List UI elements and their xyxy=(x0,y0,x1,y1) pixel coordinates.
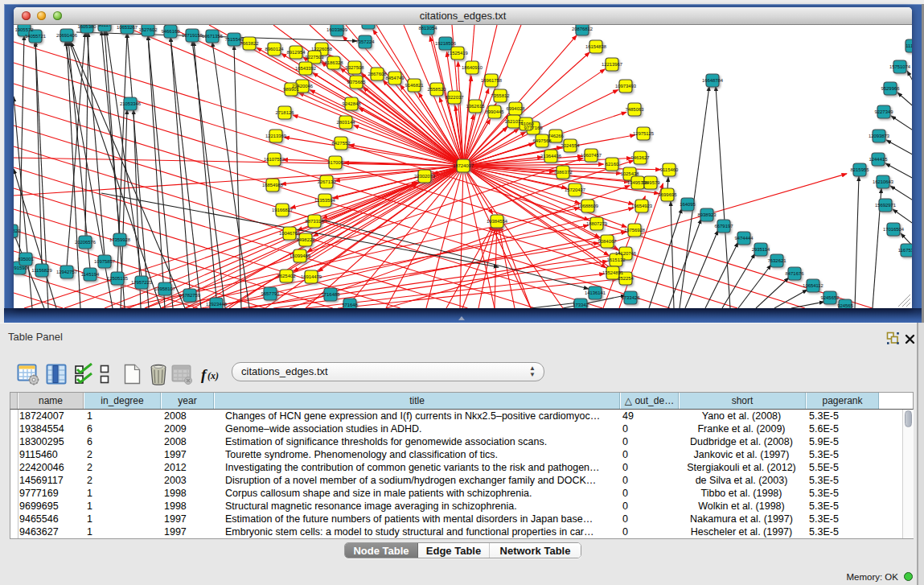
svg-text:8215955: 8215955 xyxy=(851,167,870,172)
svg-text:21364436: 21364436 xyxy=(540,154,562,159)
svg-text:12923446: 12923446 xyxy=(206,302,228,307)
svg-text:14120746: 14120746 xyxy=(615,251,637,256)
svg-text:1244415: 1244415 xyxy=(869,157,889,162)
svg-text:1733426: 1733426 xyxy=(622,295,641,300)
svg-text:8960124: 8960124 xyxy=(265,47,285,51)
svg-text:1167533: 1167533 xyxy=(898,248,912,253)
svg-text:17957223: 17957223 xyxy=(131,280,153,285)
svg-text:7357224: 7357224 xyxy=(356,39,376,44)
svg-text:9474444: 9474444 xyxy=(735,236,754,241)
svg-text:2935114: 2935114 xyxy=(752,247,770,252)
svg-text:8454749: 8454749 xyxy=(386,76,405,80)
svg-text:9375685: 9375685 xyxy=(347,80,367,84)
svg-text:20691406: 20691406 xyxy=(56,33,78,38)
svg-text:17359928: 17359928 xyxy=(109,237,131,242)
svg-text:16543392: 16543392 xyxy=(295,66,316,71)
svg-text:12505135: 12505135 xyxy=(107,276,129,281)
svg-text:16210643: 16210643 xyxy=(873,179,894,184)
svg-text:989901: 989901 xyxy=(283,87,299,92)
svg-text:924565: 924565 xyxy=(837,303,853,308)
svg-text:9498222: 9498222 xyxy=(297,237,315,242)
svg-text:9245652: 9245652 xyxy=(821,295,840,300)
svg-text:12213369: 12213369 xyxy=(265,134,286,138)
svg-text:19384554: 19384554 xyxy=(487,219,508,224)
svg-text:16648784: 16648784 xyxy=(702,78,724,83)
svg-text:16854985: 16854985 xyxy=(262,183,284,187)
svg-text:2803144: 2803144 xyxy=(337,120,356,125)
svg-text:1905572: 1905572 xyxy=(15,27,34,32)
svg-text:8938923: 8938923 xyxy=(698,212,717,217)
svg-text:12942757: 12942757 xyxy=(56,270,77,274)
svg-text:19218506: 19218506 xyxy=(435,41,457,46)
svg-text:9227503: 9227503 xyxy=(306,55,325,60)
svg-text:19166827: 19166827 xyxy=(272,208,293,212)
svg-text:16961758: 16961758 xyxy=(481,78,503,83)
svg-text:7355812: 7355812 xyxy=(491,93,510,98)
svg-text:20206576: 20206576 xyxy=(75,240,97,245)
svg-text:15751074: 15751074 xyxy=(889,64,911,69)
svg-text:8322037: 8322037 xyxy=(446,95,464,100)
svg-text:173342: 173342 xyxy=(573,303,589,307)
svg-text:16914479: 16914479 xyxy=(301,274,322,279)
svg-text:3267130: 3267130 xyxy=(318,179,337,184)
svg-text:10046766: 10046766 xyxy=(279,231,301,236)
svg-text:9115460: 9115460 xyxy=(660,167,679,172)
svg-text:16033809: 16033809 xyxy=(326,27,347,32)
svg-text:252254: 252254 xyxy=(618,276,634,281)
svg-text:9463627: 9463627 xyxy=(631,155,650,160)
svg-text:10607457: 10607457 xyxy=(581,153,602,158)
svg-text:23302073: 23302073 xyxy=(414,174,436,179)
svg-text:8912954: 8912954 xyxy=(287,50,306,55)
svg-text:9084067: 9084067 xyxy=(598,239,617,244)
svg-text:9242848: 9242848 xyxy=(343,101,362,106)
svg-text:835001: 835001 xyxy=(18,257,34,262)
svg-text:11170: 11170 xyxy=(906,43,912,48)
svg-text:1615132: 1615132 xyxy=(607,257,626,262)
svg-text:14136141: 14136141 xyxy=(585,290,606,295)
svg-text:8427552: 8427552 xyxy=(332,141,351,146)
svg-text:10654112: 10654112 xyxy=(803,283,823,288)
svg-text:12975125: 12975125 xyxy=(633,131,655,136)
svg-text:15692971: 15692971 xyxy=(875,203,896,208)
svg-text:11353594: 11353594 xyxy=(314,198,335,203)
svg-text:11525419: 11525419 xyxy=(447,51,468,56)
svg-text:2718126: 2718126 xyxy=(276,110,295,115)
svg-text:11156829: 11156829 xyxy=(31,268,51,273)
svg-text:1349579: 1349579 xyxy=(642,180,660,185)
svg-text:8813054: 8813054 xyxy=(419,26,438,31)
svg-text:12213967: 12213967 xyxy=(602,62,622,67)
svg-text:8873314: 8873314 xyxy=(306,219,325,224)
svg-text:9466160: 9466160 xyxy=(162,29,181,34)
svg-text:1025438: 1025438 xyxy=(621,171,640,176)
svg-text:10719155: 10719155 xyxy=(182,33,203,38)
svg-text:12093873: 12093873 xyxy=(869,134,890,138)
svg-text:7485063: 7485063 xyxy=(626,107,645,112)
svg-text:2558520: 2558520 xyxy=(428,87,447,92)
svg-text:96117: 96117 xyxy=(98,25,111,27)
svg-text:7632621: 7632621 xyxy=(768,258,786,263)
svg-text:19654923: 19654923 xyxy=(631,204,653,208)
svg-text:10671355: 10671355 xyxy=(202,34,224,39)
svg-text:2626520: 2626520 xyxy=(14,229,21,233)
svg-text:10975857: 10975857 xyxy=(94,259,115,264)
svg-text:6679197: 6679197 xyxy=(715,224,733,229)
svg-text:19756928: 19756928 xyxy=(624,228,646,233)
svg-text:9657791: 9657791 xyxy=(261,291,280,296)
svg-text:9327508: 9327508 xyxy=(346,65,365,70)
svg-text:20876812: 20876812 xyxy=(572,27,593,31)
svg-text:2867608: 2867608 xyxy=(368,72,388,76)
svg-text:9227349: 9227349 xyxy=(875,109,893,114)
svg-text:417006: 417006 xyxy=(327,160,343,165)
svg-text:8471676: 8471676 xyxy=(786,271,805,276)
svg-text:10958107: 10958107 xyxy=(154,286,175,291)
svg-text:18640910: 18640910 xyxy=(462,65,483,70)
svg-text:741060: 741060 xyxy=(518,122,534,126)
svg-text:6497568: 6497568 xyxy=(533,138,552,143)
svg-text:13524851: 13524851 xyxy=(602,270,623,275)
svg-text:7625402: 7625402 xyxy=(277,274,296,278)
svg-text:7386372: 7386372 xyxy=(554,170,573,175)
svg-text:391590: 391590 xyxy=(14,266,28,270)
svg-text:17016504: 17016504 xyxy=(883,227,905,232)
svg-text:6994028: 6994028 xyxy=(507,106,526,111)
svg-text:f: f xyxy=(201,366,207,383)
